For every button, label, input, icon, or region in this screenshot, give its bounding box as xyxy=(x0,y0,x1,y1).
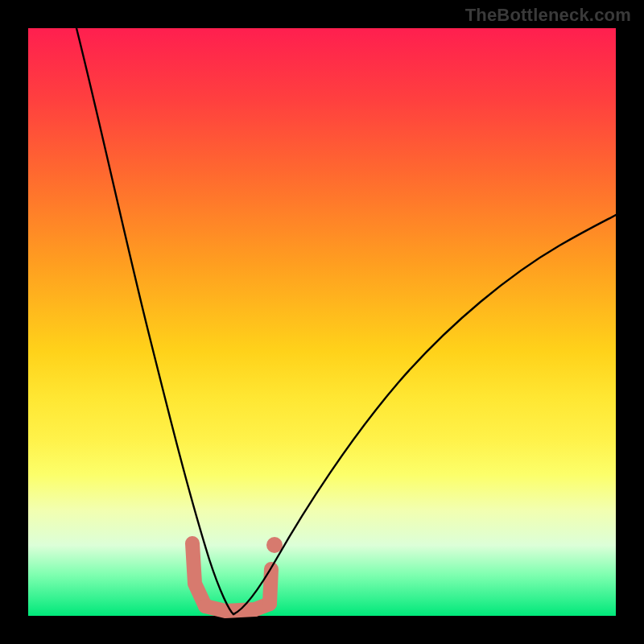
plot-area xyxy=(28,28,616,616)
curve-layer xyxy=(28,28,616,616)
chart-frame: TheBottleneck.com xyxy=(0,0,644,644)
watermark-text: TheBottleneck.com xyxy=(465,5,631,26)
curve-right-branch xyxy=(233,215,616,614)
marker-right-arm xyxy=(270,569,271,604)
marker-bottom xyxy=(205,604,270,611)
marker-left-arm xyxy=(192,543,205,606)
curve-left-branch xyxy=(76,28,233,614)
